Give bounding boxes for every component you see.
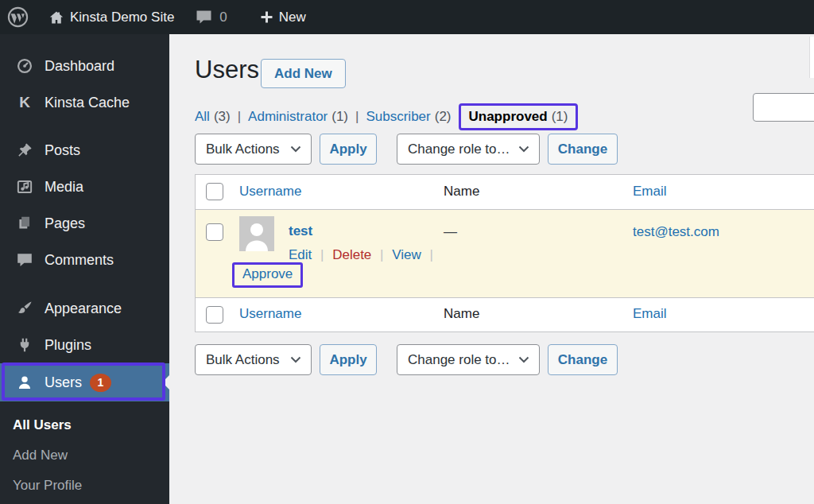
pushpin-icon: [15, 141, 34, 160]
admin-bar-site-name[interactable]: Kinsta Demo Site: [70, 10, 174, 25]
kinsta-k-icon: K: [15, 93, 34, 112]
bulk-actions-select-bottom[interactable]: Bulk Actions: [195, 344, 312, 375]
apply-button-bottom[interactable]: Apply: [320, 344, 377, 375]
column-footer-username[interactable]: Username: [239, 306, 301, 322]
admin-bar: Kinsta Demo Site 0 New: [0, 0, 814, 34]
action-separator: |: [380, 247, 383, 262]
users-table: Username Name Email test Edit | De: [195, 174, 814, 332]
change-role-select-top[interactable]: Change role to…: [397, 134, 540, 165]
filter-administrator[interactable]: Administrator(1): [248, 109, 348, 125]
plug-icon: [15, 335, 34, 355]
admin-bar-comments-count[interactable]: 0: [219, 10, 227, 25]
media-icon: [15, 177, 34, 196]
chevron-down-icon: [290, 356, 301, 363]
filter-label: Subscriber: [366, 109, 430, 124]
sidebar-item-label: Media: [45, 179, 83, 196]
filter-subscriber[interactable]: Subscriber(2): [366, 109, 451, 125]
submenu-label: Your Profile: [13, 478, 82, 494]
submenu-label: All Users: [13, 417, 72, 433]
filter-unapproved-annotated[interactable]: Unapproved(1): [459, 103, 579, 130]
select-value: Bulk Actions: [206, 142, 280, 157]
sidebar-item-posts[interactable]: Posts: [0, 132, 169, 169]
edit-link[interactable]: Edit: [289, 247, 312, 262]
avatar: [239, 216, 274, 251]
row-actions: Edit | Delete | View |: [289, 247, 438, 263]
filter-label: Administrator: [248, 109, 328, 124]
sidebar-item-dashboard[interactable]: Dashboard: [0, 48, 169, 84]
action-separator: |: [430, 247, 433, 262]
add-new-button[interactable]: Add New: [261, 59, 346, 88]
column-header-name: Name: [444, 184, 479, 200]
email-cell: test@test.com: [633, 224, 719, 240]
select-value: Change role to…: [408, 352, 510, 368]
row-checkbox[interactable]: [206, 223, 223, 241]
admin-bar-new-label[interactable]: New: [279, 10, 306, 25]
sidebar-item-label: Pages: [45, 215, 85, 232]
submenu-label: Add New: [13, 448, 68, 463]
admin-sidebar: Dashboard K Kinsta Cache Posts: [0, 34, 169, 504]
chevron-down-icon: [518, 145, 529, 153]
apply-button-top[interactable]: Apply: [320, 134, 377, 165]
wordpress-admin-screen: Kinsta Demo Site 0 New Dashboard: [0, 0, 814, 504]
select-all-checkbox-top[interactable]: [206, 183, 223, 200]
comments-bubble-icon[interactable]: [196, 10, 212, 25]
user-role-filters: All(3) | Administrator(1) | Subscriber(2…: [195, 103, 578, 130]
plus-icon[interactable]: [260, 10, 273, 24]
paintbrush-icon: [15, 299, 34, 318]
sidebar-item-plugins[interactable]: Plugins: [0, 327, 169, 363]
table-header-row: Username Name Email: [196, 175, 814, 210]
filter-count: (2): [435, 109, 452, 124]
view-link[interactable]: View: [392, 247, 421, 262]
filter-count: (1): [552, 109, 568, 125]
sidebar-item-comments[interactable]: Comments: [0, 242, 169, 278]
sidebar-item-label: Users: [45, 374, 82, 391]
change-role-select-bottom[interactable]: Change role to…: [397, 344, 540, 375]
select-value: Bulk Actions: [206, 352, 280, 368]
email-link[interactable]: test@test.com: [633, 224, 719, 239]
search-users-input[interactable]: [753, 93, 814, 122]
users-submenu: All Users Add New Your Profile: [0, 401, 169, 501]
change-button-bottom[interactable]: Change: [548, 344, 618, 375]
main-content: Users Add New All(3) | Administrator(1) …: [169, 34, 814, 504]
pages-icon: [15, 214, 34, 233]
sidebar-item-label: Posts: [45, 142, 80, 159]
users-person-icon: [15, 373, 34, 392]
bulk-actions-select-top[interactable]: Bulk Actions: [195, 134, 312, 165]
submenu-item-add-new[interactable]: Add New: [0, 440, 169, 471]
wordpress-logo-icon[interactable]: [7, 6, 29, 28]
filter-separator: |: [355, 109, 359, 125]
chevron-down-icon: [518, 356, 529, 363]
table-footer-row: Username Name Email: [196, 297, 814, 331]
comment-bubble-icon: [15, 250, 34, 269]
sidebar-item-label: Kinsta Cache: [45, 95, 130, 111]
select-all-checkbox-bottom[interactable]: [206, 306, 223, 324]
sidebar-item-label: Dashboard: [45, 58, 114, 75]
filter-count: (3): [214, 109, 231, 124]
approve-link[interactable]: Approve: [242, 266, 293, 281]
sidebar-item-label: Comments: [45, 252, 114, 269]
sidebar-item-media[interactable]: Media: [0, 169, 169, 205]
sidebar-item-kinsta-cache[interactable]: K Kinsta Cache: [0, 84, 169, 121]
filter-all[interactable]: All(3): [195, 109, 231, 125]
sidebar-item-appearance[interactable]: Appearance: [0, 290, 169, 327]
filter-label: Unapproved: [469, 109, 548, 125]
column-header-email[interactable]: Email: [633, 184, 667, 200]
home-icon[interactable]: [48, 10, 64, 25]
change-button-top[interactable]: Change: [548, 134, 618, 165]
sidebar-item-label: Appearance: [45, 300, 122, 317]
column-footer-email[interactable]: Email: [633, 306, 667, 322]
screen-options-tab-partial[interactable]: [809, 37, 814, 78]
delete-link[interactable]: Delete: [332, 247, 371, 262]
annotation-box-approve: Approve: [232, 262, 303, 288]
chevron-down-icon: [290, 145, 301, 153]
submenu-item-your-profile[interactable]: Your Profile: [0, 471, 169, 501]
username-link[interactable]: test: [289, 223, 312, 239]
users-count-badge: 1: [90, 374, 111, 392]
filter-label: All: [195, 109, 210, 124]
submenu-item-all-users[interactable]: All Users: [0, 410, 169, 440]
column-header-username[interactable]: Username: [239, 184, 301, 200]
filter-count: (1): [331, 109, 348, 124]
sidebar-item-pages[interactable]: Pages: [0, 205, 169, 242]
sidebar-item-users[interactable]: Users 1: [0, 363, 169, 401]
sidebar-item-label: Plugins: [45, 337, 91, 354]
